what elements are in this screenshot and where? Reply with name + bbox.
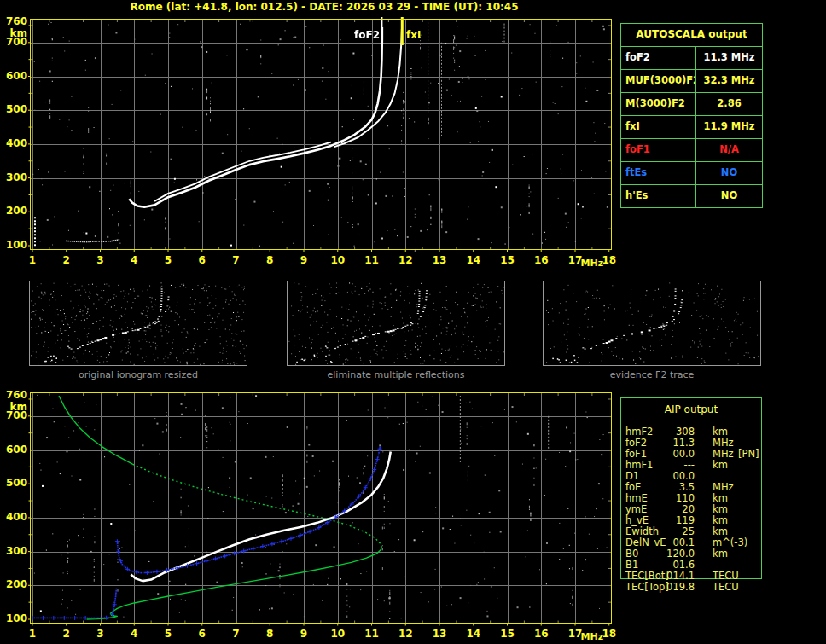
thumbnail-evidence-f2-trace [543,281,761,366]
param-value: NO [696,162,762,184]
x-tick-label: 3 [96,254,103,266]
y-tick-label: 200 [2,578,27,590]
x-tick-label: 15 [500,628,515,640]
profile-plot [28,391,614,626]
thumbnail-original-ionogram [29,281,247,366]
param-value: 2.86 [696,93,762,115]
x-tick-label: 18 [602,254,616,266]
x-axis-unit: MHz [581,631,604,642]
x-tick-label: 6 [199,628,206,640]
param-value: 11.3 MHz [696,47,762,69]
x-tick-label: 7 [232,254,239,266]
y-tick-label: 600 [2,70,27,82]
thumbnail-caption: evidence F2 trace [543,369,761,380]
x-tick-label: 3 [96,628,103,640]
x-tick-label: 15 [500,254,515,266]
aip-header: AIP output [621,398,761,421]
y-tick-label: 400 [2,137,27,149]
aip-unit: TECU [713,582,739,593]
param-label: fxI [621,116,696,138]
thumbnail-caption: eliminate multiple reflections [287,369,505,380]
x-tick-label: 16 [534,628,549,640]
x-tick-label: 4 [131,628,137,640]
autoscala-screen: Rome (lat: +41.8, lon: 012.5) - DATE: 20… [0,0,826,644]
x-tick-label: 9 [300,628,307,640]
x-tick-label: 14 [466,628,480,640]
x-tick-label: 9 [300,254,307,266]
aip-unit: km [713,548,728,560]
x-tick-label: 11 [364,628,379,640]
x-tick-label: 8 [266,628,273,640]
y-tick-label: 100 [2,239,27,251]
param-value: N/A [696,139,762,161]
x-tick-label: 7 [232,628,239,640]
x-tick-label: 12 [398,628,413,640]
thumbnail-eliminate-reflections [287,281,505,366]
measured-ionogram-plot [28,17,614,252]
x-tick-label: 1 [29,254,36,266]
x-tick-label: 11 [364,254,379,266]
x-tick-label: 18 [602,628,616,640]
foF2-marker-label: foF2 [346,30,380,41]
y-tick-label: 100 [2,612,27,624]
x-tick-label: 6 [199,254,206,266]
x-tick-label: 10 [330,254,345,266]
x-tick-label: 8 [266,254,273,266]
param-label: ftEs [621,162,696,184]
param-label: foF2 [621,47,696,69]
table-row: M(3000)F2 2.86 [621,92,762,115]
y-tick-label: 760 [2,15,27,27]
table-row: foF2 11.3 MHz [621,47,762,69]
x-tick-label: 16 [534,254,549,266]
fxI-marker-label: fxI [406,30,432,41]
param-label: foF1 [621,139,696,161]
y-tick-label: 300 [2,545,27,557]
x-tick-label: 2 [63,628,70,640]
x-tick-label: 1 [29,628,36,640]
aip-row: TEC[Top]019.8TECU [620,582,762,593]
x-tick-label: 13 [433,254,447,266]
param-label: h'Es [621,185,696,207]
autoscala-table-header: AUTOSCALA output [621,24,762,47]
param-label: MUF(3000)F2 [621,70,696,92]
x-tick-label: 10 [330,628,345,640]
table-row: foF1 N/A [621,138,762,161]
x-tick-label: 4 [131,254,137,266]
x-tick-label: 2 [63,254,70,266]
param-value: 32.3 MHz [696,70,762,92]
y-tick-label: 300 [2,171,27,183]
y-tick-label: 400 [2,511,27,523]
y-tick-label: 200 [2,205,27,217]
thumbnail-caption: original ionogram resized [29,369,247,380]
param-value: 11.9 MHz [696,116,762,138]
x-tick-label: 12 [398,254,413,266]
autoscala-output-table: AUTOSCALA output foF2 11.3 MHz MUF(3000)… [620,23,763,208]
y-axis-unit: km [2,401,27,413]
table-row: ftEs NO [621,161,762,184]
aip-extra: [PN] [738,449,759,460]
page-title: Rome (lat: +41.8, lon: 012.5) - DATE: 20… [34,1,614,13]
x-tick-label: 14 [466,254,480,266]
y-tick-label: 760 [2,389,27,401]
x-tick-label: 13 [433,628,447,640]
y-axis-unit: km [2,27,27,39]
x-axis-unit: MHz [581,258,604,269]
table-row: h'Es NO [621,184,762,207]
y-tick-label: 600 [2,444,27,455]
aip-val: 019.8 [651,582,695,593]
param-value: NO [696,185,762,207]
y-tick-label: 500 [2,103,27,115]
aip-unit: km [713,460,728,471]
param-label: M(3000)F2 [621,93,696,115]
x-tick-label: 5 [165,254,172,266]
x-tick-label: 5 [165,628,172,640]
table-row: fxI 11.9 MHz [621,115,762,138]
aip-output-rows: hmF2308kmfoF211.3MHzfoF100.0MHz[PN]hmF1-… [620,426,762,593]
table-row: MUF(3000)F2 32.3 MHz [621,69,762,92]
y-tick-label: 500 [2,477,27,489]
